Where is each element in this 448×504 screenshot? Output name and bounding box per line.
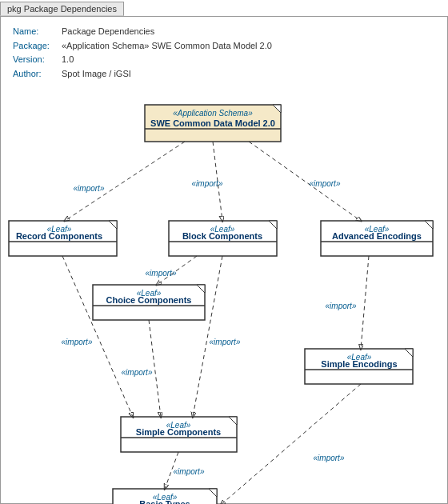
info-panel: Name: Package Dependencies Package: «App… xyxy=(13,25,272,81)
svg-line-50 xyxy=(62,256,133,417)
svg-text:«Application Schema»: «Application Schema» xyxy=(173,109,253,118)
package-value: «Application Schema» SWE Common Data Mod… xyxy=(62,39,272,54)
svg-text:«import»: «import» xyxy=(74,184,105,193)
choice-box: «Leaf» Choice Components xyxy=(93,285,205,320)
svg-text:SWE Common Data Model 2.0: SWE Common Data Model 2.0 xyxy=(150,118,275,128)
svg-text:Advanced Encodings: Advanced Encodings xyxy=(332,231,422,241)
svg-text:«import»: «import» xyxy=(310,179,341,188)
svg-text:«import»: «import» xyxy=(314,454,345,462)
svg-text:«import»: «import» xyxy=(210,338,241,346)
package-label: Package: xyxy=(13,39,57,54)
block-box: «Leaf» Block Components xyxy=(169,221,277,256)
diagram-svg: «Application Schema» SWE Common Data Mod… xyxy=(1,97,448,504)
simple-comp-box: «Leaf» Simple Components xyxy=(121,417,237,452)
version-label: Version: xyxy=(13,53,57,67)
diagram-tab[interactable]: pkg Package Dependencies xyxy=(0,2,124,16)
svg-text:«import»: «import» xyxy=(146,269,177,278)
svg-line-44 xyxy=(249,142,361,221)
basic-box: «Leaf» Basic Types xyxy=(113,489,217,504)
svg-text:Basic Types: Basic Types xyxy=(139,499,190,504)
svg-text:«import»: «import» xyxy=(192,179,223,188)
svg-text:«import»: «import» xyxy=(326,302,357,310)
svg-text:Record Components: Record Components xyxy=(16,231,102,241)
advanced-box: «Leaf» Advanced Encodings xyxy=(321,221,433,256)
main-panel: Name: Package Dependencies Package: «App… xyxy=(0,16,448,504)
root-box: «Application Schema» SWE Common Data Mod… xyxy=(145,105,281,142)
svg-text:«import»: «import» xyxy=(62,338,93,346)
record-box: «Leaf» Record Components xyxy=(9,221,117,256)
version-value: 1.0 xyxy=(62,53,74,67)
svg-text:«import»: «import» xyxy=(174,467,205,476)
author-label: Author: xyxy=(13,67,57,82)
tab-label: pkg Package Dependencies xyxy=(7,4,117,14)
svg-text:Simple Encodings: Simple Encodings xyxy=(321,359,397,369)
svg-text:Choice Components: Choice Components xyxy=(106,295,192,305)
svg-line-58 xyxy=(221,384,361,504)
svg-text:Simple Components: Simple Components xyxy=(136,427,221,437)
svg-text:Block Components: Block Components xyxy=(182,231,262,241)
svg-text:«import»: «import» xyxy=(122,368,153,377)
simple-enc-box: «Leaf» Simple Encodings xyxy=(305,349,413,384)
author-value: Spot Image / iGSI xyxy=(62,67,131,82)
svg-line-48 xyxy=(361,256,369,349)
svg-line-40 xyxy=(65,142,185,221)
name-label: Name: xyxy=(13,25,57,39)
name-value: Package Dependencies xyxy=(62,25,154,39)
svg-line-54 xyxy=(193,256,222,417)
